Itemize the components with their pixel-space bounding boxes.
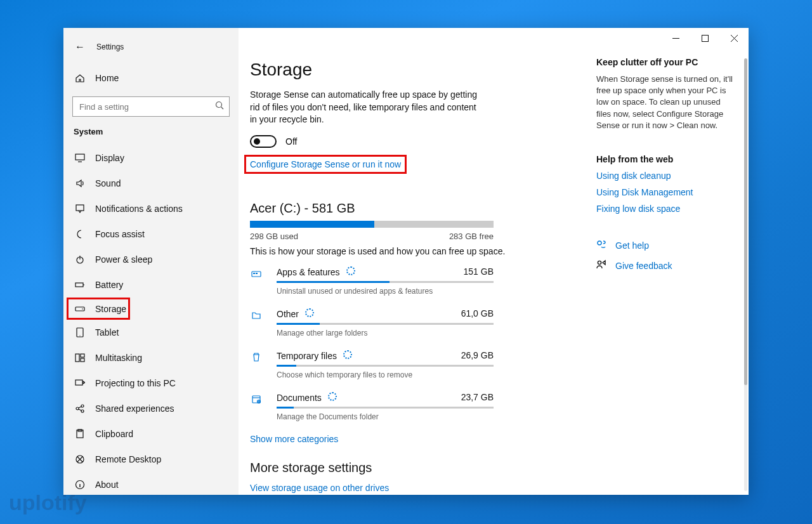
drive-usage-bar [250, 221, 494, 228]
sidebar-item-label: Clipboard [95, 429, 133, 439]
doc-icon [251, 392, 265, 407]
toggle-state-label: Off [285, 136, 297, 147]
drive-usage-labels: 298 GB used 283 GB free [250, 232, 494, 241]
svg-point-16 [81, 410, 84, 412]
category-subtext: Manage other large folders [277, 329, 494, 337]
tablet-icon [75, 327, 85, 337]
home-nav[interactable]: Home [63, 66, 239, 90]
sidebar-item-clipboard[interactable]: Clipboard [63, 421, 239, 447]
home-label: Home [95, 73, 119, 83]
storage-sense-toggle[interactable] [250, 135, 277, 148]
sidebar-item-label: Remote Desktop [95, 454, 161, 464]
sidebar-item-label: Power & sleep [95, 254, 152, 265]
svg-point-7 [82, 308, 83, 310]
category-name: Documents [277, 392, 337, 403]
home-icon [75, 73, 85, 83]
sidebar-item-projecting-to-this-pc[interactable]: Projecting to this PC [63, 370, 239, 396]
sidebar-item-display[interactable]: Display [63, 145, 239, 171]
sidebar-item-label: Display [95, 153, 124, 163]
sidebar-item-shared-experiences[interactable]: Shared experiences [63, 396, 239, 421]
svg-rect-5 [75, 283, 83, 287]
help-icon [596, 239, 606, 252]
configure-storage-sense-link[interactable]: Configure Storage Sense or run it now [246, 157, 405, 172]
view-other-drives-link[interactable]: View storage usage on other drives [250, 483, 590, 493]
maximize-button[interactable] [690, 28, 719, 48]
get-help-link[interactable]: Get help [615, 240, 649, 251]
show-more-categories-link[interactable]: Show more categories [250, 434, 590, 444]
project-icon [75, 378, 85, 388]
svg-point-1 [216, 102, 222, 108]
close-button[interactable] [719, 28, 749, 48]
minimize-button[interactable] [661, 28, 690, 48]
category-size: 26,9 GB [461, 350, 494, 360]
category-documents[interactable]: Documents23,7 GB Manage the Documents fo… [250, 392, 494, 421]
web-help-link[interactable]: Fixing low disk space [596, 204, 736, 214]
sidebar-item-multitasking[interactable]: Multitasking [63, 345, 239, 370]
category-size: 23,7 GB [461, 392, 494, 402]
category-size: 151 GB [464, 266, 494, 277]
aside-paragraph: When Storage sense is turned on, it'll f… [596, 74, 736, 131]
svg-rect-6 [75, 307, 84, 311]
svg-point-27 [598, 261, 601, 264]
category-bar [277, 365, 494, 367]
drive-heading: Acer (C:) - 581 GB [250, 201, 590, 216]
sidebar-item-focus-assist[interactable]: Focus assist [63, 221, 239, 247]
sidebar-item-notifications-actions[interactable]: Notifications & actions [63, 196, 239, 221]
sound-icon [75, 178, 85, 188]
monitor-icon [75, 153, 85, 163]
sidebar-item-battery[interactable]: Battery [63, 272, 239, 298]
svg-point-14 [76, 407, 79, 410]
storage-sense-description: Storage Sense can automatically free up … [250, 89, 485, 126]
web-help-link[interactable]: Using Disk Management [596, 187, 736, 197]
svg-point-26 [598, 241, 601, 245]
folder-icon [251, 308, 265, 323]
sidebar-item-storage[interactable]: Storage [67, 298, 130, 320]
multitask-icon [75, 353, 85, 363]
search-input[interactable] [79, 102, 215, 112]
scroll-thumb[interactable] [744, 58, 747, 385]
svg-rect-13 [75, 380, 82, 385]
svg-rect-10 [75, 354, 79, 362]
category-subtext: Manage the Documents folder [277, 412, 494, 421]
more-settings-heading: More storage settings [250, 461, 590, 475]
loading-spinner-icon [328, 392, 337, 401]
apps-icon [251, 266, 265, 281]
sidebar-item-power-sleep[interactable]: Power & sleep [63, 247, 239, 272]
sidebar-item-label: Projecting to this PC [95, 378, 176, 388]
remote-icon [75, 454, 85, 464]
aside-heading-help: Help from the web [596, 154, 736, 164]
get-help-row[interactable]: Get help [596, 239, 736, 252]
share-icon [75, 403, 85, 414]
clipboard-icon [75, 429, 85, 439]
category-name: Apps & features [277, 266, 355, 277]
content: Storage Storage Sense can automatically … [239, 28, 749, 495]
category-other[interactable]: Other61,0 GB Manage other large folders [250, 308, 494, 337]
feedback-icon [596, 259, 606, 272]
sidebar-item-about[interactable]: About [63, 472, 239, 495]
category-apps-features[interactable]: Apps & features151 GB Uninstall unused o… [250, 266, 494, 296]
category-subtext: Choose which temporary files to remove [277, 370, 494, 379]
sidebar-item-remote-desktop[interactable]: Remote Desktop [63, 447, 239, 472]
search-box[interactable] [72, 96, 230, 117]
give-feedback-link[interactable]: Give feedback [615, 261, 672, 271]
category-name: Temporary files [277, 350, 352, 361]
settings-window: ← Settings Home System DisplaySoundNotif… [63, 28, 749, 495]
category-temporary-files[interactable]: Temporary files26,9 GB Choose which temp… [250, 350, 494, 379]
svg-rect-23 [256, 273, 258, 274]
category-bar [277, 407, 494, 409]
aside-heading-clutter: Keep clutter off your PC [596, 57, 736, 67]
svg-rect-3 [76, 205, 84, 211]
category-bar [277, 281, 494, 283]
sidebar-item-label: Focus assist [95, 229, 145, 239]
sidebar-item-sound[interactable]: Sound [63, 171, 239, 196]
web-help-link[interactable]: Using disk cleanup [596, 171, 736, 181]
sidebar-item-tablet[interactable]: Tablet [63, 320, 239, 345]
drive-icon [75, 304, 85, 314]
loading-spinner-icon [343, 350, 352, 359]
sidebar-item-label: Multitasking [95, 353, 142, 363]
give-feedback-row[interactable]: Give feedback [596, 259, 736, 272]
category-name: Other [277, 308, 314, 319]
svg-rect-0 [702, 35, 708, 41]
search-icon [215, 101, 224, 112]
section-system: System [63, 127, 239, 136]
